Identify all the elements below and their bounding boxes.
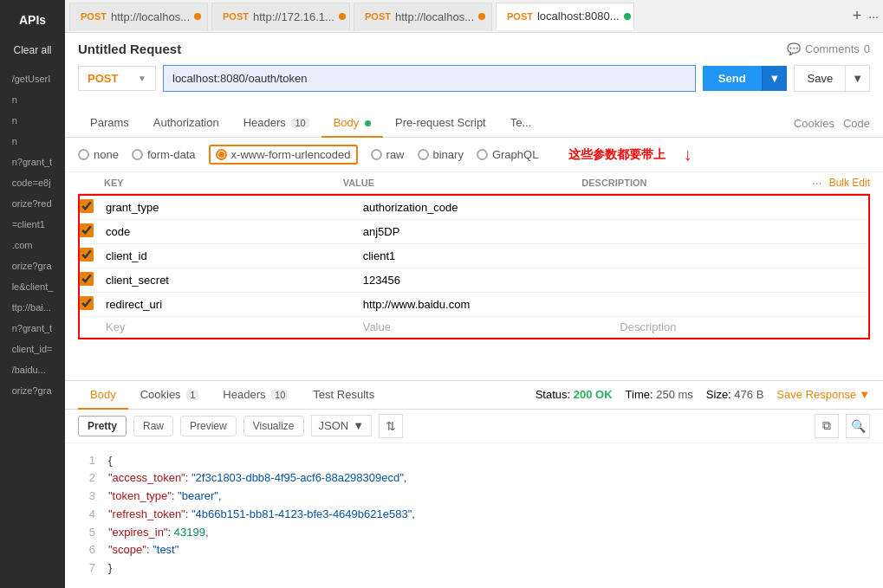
radio-x-www-form-urlencoded[interactable]: x-www-form-urlencoded [209,145,358,165]
copy-icon[interactable]: ⧉ [815,414,839,438]
comments-label: Comments [805,42,860,55]
tab-authorization[interactable]: Authorization [141,109,231,138]
tab-tests[interactable]: Te... [498,109,544,138]
radio-graphql-btn[interactable] [477,149,488,160]
radio-raw[interactable]: raw [371,148,405,161]
bulk-edit-button[interactable]: Bulk Edit [829,177,870,189]
sidebar-item[interactable]: n [5,90,61,109]
more-tabs-button[interactable]: ··· [868,10,879,23]
sidebar-item[interactable]: ttp://bai... [5,298,61,317]
sidebar-item[interactable]: orize?gra [5,256,61,275]
sidebar-item[interactable]: n [5,111,61,130]
tab-dot-icon-2 [478,13,485,20]
sidebar-item[interactable]: =client1 [5,215,61,234]
save-arrow-button[interactable]: ▼ [846,65,870,92]
tab-dot-icon-1 [339,13,346,20]
response-tab-cookies[interactable]: Cookies 1 [128,381,211,410]
code-line: 2 "access_token": "2f3c1803-dbb8-4f95-ac… [78,469,870,488]
sidebar-item[interactable]: /getUserI [5,69,61,88]
tab-method-1: POST [223,11,249,22]
response-tab-body[interactable]: Body [78,381,128,410]
sidebar-item[interactable]: code=e8j [5,173,61,192]
tab-params[interactable]: Params [78,109,141,138]
table-row: codeanj5DP [80,220,868,244]
pretty-button[interactable]: Pretty [78,416,127,436]
row-value-3: 123456 [363,274,620,287]
save-response-button[interactable]: Save Response ▼ [776,388,870,401]
params-bordered-box: grant_typeauthorization_codecodeanj5DPcl… [78,194,870,339]
send-arrow-button[interactable]: ▼ [762,66,788,91]
add-tab-button[interactable]: + [853,7,862,25]
sidebar-item[interactable]: orize?gra [5,381,61,400]
row-key-0: grant_type [106,201,363,214]
time-value: 250 ms [656,388,693,401]
search-icon[interactable]: 🔍 [846,414,870,438]
code-line: 4 "refresh_token": "4b66b151-bb81-4123-b… [78,506,870,524]
radio-graphql[interactable]: GraphQL [477,148,538,161]
params-table: KEY VALUE DESCRIPTION ··· Bulk Edit gran… [65,172,883,380]
sidebar-item[interactable]: n?grant_t [5,152,61,171]
sidebar-item[interactable]: orize?red [5,194,61,213]
tab-body[interactable]: Body [321,109,383,138]
sidebar: APIs Clear all /getUserInnnn?grant_tcode… [0,0,65,588]
table-header-row: KEY VALUE DESCRIPTION ··· Bulk Edit [78,172,870,194]
save-button[interactable]: Save [794,65,846,92]
request-tab-1[interactable]: POST http://172.16.1... [211,3,350,30]
tab-headers[interactable]: Headers 10 [231,109,321,138]
tab-dot-icon-0 [194,13,201,20]
sidebar-item[interactable]: n [5,132,61,151]
sort-icon[interactable]: ⇅ [379,414,403,438]
radio-none-btn[interactable] [78,149,89,160]
row-checkbox-0[interactable] [80,199,94,213]
radio-x-www-urlencoded-btn[interactable] [216,149,227,160]
row-value-4: http://www.baidu.com [363,298,620,311]
method-select[interactable]: POST ▼ [78,66,156,91]
response-tab-bar: Body Cookies 1 Headers 10 Test Results S… [65,381,883,410]
tab-url-3: localhost:8080... [537,10,620,23]
url-input[interactable] [163,65,696,92]
code-link[interactable]: Code [843,117,870,130]
response-tab-test-results[interactable]: Test Results [301,381,386,410]
radio-binary[interactable]: binary [418,148,464,161]
sidebar-item[interactable]: .com [5,236,61,255]
send-button[interactable]: Send [703,66,762,91]
size-label: Size: [706,388,731,401]
request-tab-3[interactable]: POST localhost:8080... [496,3,634,30]
radio-raw-btn[interactable] [371,149,382,160]
request-area: Untitled Request 💬 Comments 0 POST ▼ Sen… [65,33,883,109]
radio-none[interactable]: none [78,148,119,161]
radio-form-data[interactable]: form-data [132,148,196,161]
tab-actions: + ··· [853,7,879,25]
format-select[interactable]: JSON ▼ [311,415,373,436]
tab-url-0: http://localhos... [111,10,190,23]
clear-all-button[interactable]: Clear all [13,44,51,56]
comment-icon: 💬 [787,42,801,55]
request-tab-0[interactable]: POST http://localhos... [69,3,208,30]
row-value-0: authorization_code [363,201,620,214]
comments-button[interactable]: 💬 Comments 0 [787,42,870,55]
request-tabs: Params Authorization Headers 10 Body Pre… [65,109,883,138]
tab-method-2: POST [365,11,391,22]
sidebar-item[interactable]: /baidu... [5,360,61,379]
tab-pre-request[interactable]: Pre-request Script [383,109,498,138]
row-checkbox-4[interactable] [80,296,94,310]
response-tab-headers[interactable]: Headers 10 [211,381,301,410]
save-response-chevron-icon: ▼ [859,388,870,401]
cookies-link[interactable]: Cookies [794,117,834,130]
code-line: 7} [78,559,870,578]
row-checkbox-2[interactable] [80,248,94,262]
sidebar-item[interactable]: n?grant_t [5,319,61,338]
radio-form-data-btn[interactable] [132,149,143,160]
request-tab-2[interactable]: POST http://localhos... [354,3,492,30]
sidebar-item[interactable]: le&client_ [5,277,61,296]
preview-button[interactable]: Preview [180,416,237,436]
radio-binary-btn[interactable] [418,149,429,160]
method-chevron-icon: ▼ [138,74,146,83]
row-key-3: client_secret [106,274,363,287]
row-checkbox-1[interactable] [80,223,94,237]
send-btn-group: Send ▼ [703,66,788,91]
sidebar-item[interactable]: client_id= [5,339,61,359]
raw-button[interactable]: Raw [133,416,173,436]
visualize-button[interactable]: Visualize [243,416,304,436]
row-checkbox-3[interactable] [80,272,94,286]
